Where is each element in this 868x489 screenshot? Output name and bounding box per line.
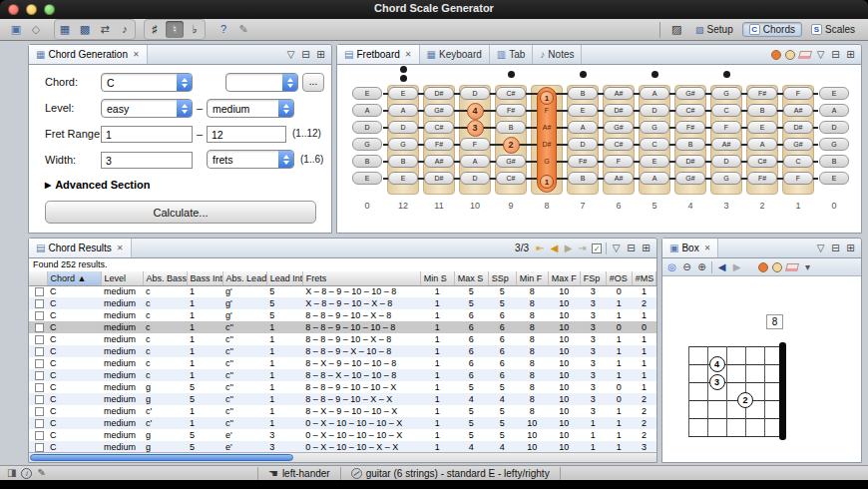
sound-icon[interactable]: ♪ xyxy=(116,21,134,38)
view-menu-icon[interactable]: ▽ xyxy=(815,243,826,253)
note-A-fret-9[interactable]: F# xyxy=(496,104,526,117)
more-chords-button[interactable]: ... xyxy=(302,73,324,92)
fretboard-tab-tab[interactable]: ▥Tab xyxy=(490,45,534,64)
result-row[interactable]: Cmediumg5c''18 – 8 – 9 – 10 – 10 – X1558… xyxy=(29,381,656,393)
finger-4[interactable]: 4 xyxy=(467,103,484,120)
chord-layer-dot-icon[interactable] xyxy=(771,50,781,60)
row-checkbox[interactable] xyxy=(35,299,44,308)
note-G-fret-6[interactable]: C# xyxy=(604,138,634,151)
note-e-fret-3[interactable]: G xyxy=(711,172,741,185)
note-e-fret-2[interactable]: F# xyxy=(747,172,777,185)
note-A-fret-1[interactable]: A# xyxy=(783,104,813,117)
note-A-fret-3[interactable]: C xyxy=(711,104,741,117)
result-row[interactable]: Cmediumc'1c''10 – X – 10 – 10 – 10 – X15… xyxy=(29,417,656,429)
note-e-fret-11[interactable]: D# xyxy=(424,172,454,185)
column-header-abs-lead[interactable]: Abs. Lead xyxy=(222,271,266,285)
previous-page-icon[interactable]: ◀ xyxy=(549,243,560,253)
row-checkbox[interactable] xyxy=(35,407,44,416)
note-A-fret-0[interactable]: A xyxy=(352,104,382,117)
note-G-fret-12[interactable]: G xyxy=(388,138,418,151)
fast-view-icon[interactable]: ◨ xyxy=(7,467,16,479)
note-D-fret-12[interactable]: D xyxy=(388,121,418,134)
note-A-fret-11[interactable]: G# xyxy=(424,104,454,117)
result-row[interactable]: Cmediumc1c''18 – 8 – 9 – X – 10 – 816681… xyxy=(29,345,656,357)
close-icon[interactable]: ✕ xyxy=(133,50,140,59)
note-D-fret-9[interactable]: B xyxy=(496,121,526,134)
next-page-icon[interactable]: ▶ xyxy=(563,243,574,253)
note-D-fret-3[interactable]: F xyxy=(711,121,741,134)
column-header-abs-bass[interactable]: Abs. Bass xyxy=(143,271,187,285)
column-header-chord[interactable]: Chord ▲ xyxy=(47,271,101,285)
note-e-fret-7[interactable]: B xyxy=(568,172,598,185)
row-checkbox[interactable] xyxy=(35,419,44,428)
info-icon[interactable]: i xyxy=(21,468,32,479)
note-B-fret-3[interactable]: D xyxy=(711,155,741,168)
result-row[interactable]: Cmediumc1c''18 – X – 9 – 10 – 10 – 81668… xyxy=(29,357,656,369)
note-e-fret-0[interactable]: E xyxy=(819,172,849,185)
perspective-scales[interactable]: SScales xyxy=(804,22,862,37)
scrollbar-thumb[interactable] xyxy=(30,454,293,461)
note-A-fret-0[interactable]: A xyxy=(819,104,849,117)
note-B-fret-9[interactable]: G# xyxy=(496,155,526,168)
note-B-fret-6[interactable]: F xyxy=(604,155,634,168)
note-G-fret-0[interactable]: G xyxy=(352,138,382,151)
chord-root-combo[interactable]: C xyxy=(101,73,193,92)
note-e-fret-12[interactable]: E xyxy=(388,172,418,185)
scale-layer-dot-icon[interactable] xyxy=(785,50,795,60)
minimize-icon[interactable]: ⊟ xyxy=(300,49,311,60)
maximize-icon[interactable]: ⊞ xyxy=(845,49,856,60)
note-e-fret-0[interactable]: E xyxy=(352,172,382,185)
stepper-icon[interactable] xyxy=(278,151,293,168)
zoom-original-icon[interactable]: ◎ xyxy=(666,261,677,272)
column-header--os[interactable]: #OS xyxy=(606,271,632,285)
minimize-icon[interactable]: ⊟ xyxy=(626,243,637,253)
row-checkbox[interactable] xyxy=(35,371,44,380)
note-D-fret-11[interactable]: C# xyxy=(424,121,454,134)
row-checkbox[interactable] xyxy=(35,323,44,332)
row-checkbox[interactable] xyxy=(35,443,44,452)
note-e-fret-5[interactable]: A xyxy=(640,172,669,185)
chord-generation-icon[interactable]: ▦ xyxy=(56,21,74,38)
column-header-level[interactable]: Level xyxy=(101,271,143,285)
fretboard-tab-notes[interactable]: ♪Notes xyxy=(533,45,582,64)
note-D-fret-0[interactable]: D xyxy=(819,121,849,134)
result-row[interactable]: Cmediumg5e'30 – X – 10 – 10 – X – X14410… xyxy=(29,441,656,452)
note-E-fret-9[interactable]: C# xyxy=(496,87,526,100)
auto-show-checkbox-icon[interactable]: ✓ xyxy=(592,244,602,253)
note-D-fret-7[interactable]: A xyxy=(568,121,598,134)
note-G-fret-2[interactable]: A xyxy=(747,138,777,151)
note-G-fret-7[interactable]: D xyxy=(568,138,598,151)
note-e-fret-4[interactable]: G# xyxy=(675,172,705,185)
note-D-fret-1[interactable]: D# xyxy=(783,121,813,134)
result-row[interactable]: Cmediumc1g'58 – 8 – 9 – 10 – X – 8166810… xyxy=(29,309,656,321)
close-icon[interactable]: ✕ xyxy=(704,244,711,252)
new-window-icon[interactable]: ▣ xyxy=(7,21,25,38)
note-E-fret-0[interactable]: E xyxy=(819,87,849,100)
note-E-fret-4[interactable]: G# xyxy=(675,87,705,100)
sharp-icon[interactable]: ♯ xyxy=(146,21,164,38)
row-checkbox[interactable] xyxy=(35,395,44,404)
note-G-fret-1[interactable]: G# xyxy=(783,138,813,151)
note-E-fret-3[interactable]: G xyxy=(711,87,741,100)
instrument-status[interactable]: guitar (6 strings) - standard E - lefty/… xyxy=(340,467,561,480)
note-A-fret-4[interactable]: C# xyxy=(675,104,705,117)
note-G-fret-0[interactable]: G xyxy=(819,138,849,151)
pin-menu-icon[interactable]: ▾ xyxy=(802,261,813,272)
maximize-icon[interactable]: ⊞ xyxy=(845,243,856,253)
fret-to-input[interactable] xyxy=(207,126,286,143)
note-D-fret-2[interactable]: E xyxy=(747,121,777,134)
row-checkbox[interactable] xyxy=(35,383,44,392)
last-page-icon[interactable]: ⇥ xyxy=(577,243,588,253)
note-E-fret-7[interactable]: B xyxy=(568,87,598,100)
view-menu-icon[interactable]: ▽ xyxy=(611,243,622,253)
result-row[interactable]: Cmediumc1c''18 – 8 – 9 – 10 – 10 – 81668… xyxy=(29,321,656,333)
note-G-fret-3[interactable]: A# xyxy=(711,138,741,151)
manual-icon[interactable]: ✎ xyxy=(234,21,252,38)
note-B-fret-0[interactable]: B xyxy=(819,155,849,168)
row-checkbox[interactable] xyxy=(35,287,44,296)
note-D-fret-6[interactable]: G# xyxy=(604,121,634,134)
note-e-fret-9[interactable]: C# xyxy=(496,172,526,185)
minimize-icon[interactable]: ⊟ xyxy=(830,243,841,253)
calculate-button[interactable]: Calculate... xyxy=(45,201,316,224)
note-A-fret-2[interactable]: B xyxy=(747,104,777,117)
